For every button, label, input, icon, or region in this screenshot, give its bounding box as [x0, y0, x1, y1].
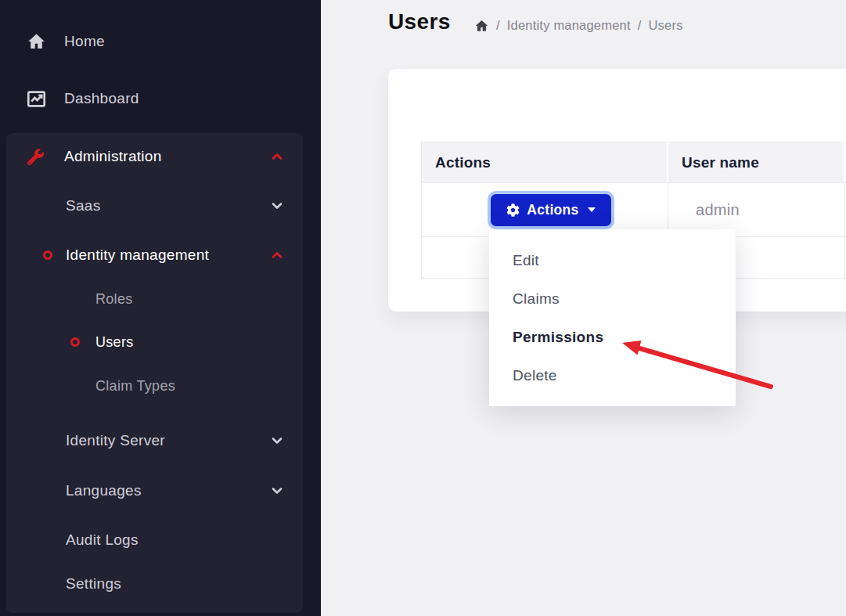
menu-item-claims[interactable]: Claims — [489, 279, 736, 318]
caret-down-icon — [588, 207, 596, 212]
sidebar-item-label: Home — [64, 33, 105, 50]
breadcrumb-item-users[interactable]: Users — [649, 18, 683, 33]
sidebar-item-languages[interactable]: Languages — [6, 474, 303, 508]
main-content: Users / Identity management / Users Acti… — [321, 0, 846, 616]
breadcrumb-home-icon[interactable] — [474, 19, 489, 33]
breadcrumb-item-identity-management[interactable]: Identity management — [507, 18, 631, 33]
sidebar-item-dashboard[interactable]: Dashboard — [0, 81, 321, 117]
chevron-down-icon — [272, 202, 283, 210]
sidebar-item-label: Saas — [66, 197, 101, 214]
breadcrumb-separator: / — [638, 18, 642, 33]
sidebar-item-label: Claim Types — [95, 378, 175, 394]
sidebar-item-label: Audit Logs — [66, 531, 139, 549]
sidebar-item-claim-types[interactable]: Claim Types — [6, 369, 303, 403]
page-title: Users — [388, 9, 451, 34]
home-icon — [26, 31, 46, 52]
sidebar-expanded-group: Administration Saas Identity management … — [6, 133, 303, 613]
sidebar-item-identity-management[interactable]: Identity management — [6, 238, 303, 272]
sidebar-item-label: Settings — [66, 575, 121, 593]
breadcrumb-separator: / — [496, 18, 500, 33]
gear-icon — [506, 204, 520, 217]
actions-button[interactable]: Actions — [491, 194, 610, 226]
menu-item-edit[interactable]: Edit — [489, 241, 736, 279]
chevron-up-icon — [272, 251, 283, 259]
sidebar-item-label: Languages — [66, 482, 142, 499]
sidebar-item-home[interactable]: Home — [0, 23, 321, 59]
sidebar-item-label: Identity Server — [66, 432, 165, 449]
sidebar-item-label: Administration — [64, 148, 162, 165]
sidebar-item-administration[interactable]: Administration — [6, 139, 303, 174]
user-name-cell: admin — [668, 183, 845, 236]
sidebar-item-audit-logs[interactable]: Audit Logs — [6, 523, 303, 557]
chevron-down-icon — [272, 487, 283, 495]
chevron-down-icon — [272, 437, 283, 445]
sidebar-item-label: Dashboard — [64, 90, 139, 107]
wrench-icon — [26, 147, 45, 166]
sidebar-item-label: Roles — [95, 291, 133, 308]
sidebar-item-roles[interactable]: Roles — [6, 282, 303, 316]
chart-line-icon — [26, 88, 46, 109]
ring-icon — [43, 250, 52, 260]
table-header-row: Actions User name — [422, 142, 846, 183]
sidebar-item-saas[interactable]: Saas — [6, 189, 303, 223]
column-header-actions: Actions — [422, 142, 668, 182]
sidebar-item-label: Identity management — [66, 247, 209, 264]
sidebar-item-users[interactable]: Users — [6, 325, 303, 359]
column-header-user-name[interactable]: User name — [668, 142, 845, 182]
ring-icon — [70, 337, 80, 347]
sidebar: Home Dashboard Administration — [0, 0, 321, 616]
menu-item-permissions[interactable]: Permissions — [489, 318, 736, 356]
actions-dropdown-menu: Edit Claims Permissions Delete — [489, 229, 736, 406]
breadcrumb: / Identity management / Users — [474, 18, 683, 33]
menu-item-delete[interactable]: Delete — [489, 356, 736, 394]
actions-cell: Actions — [422, 183, 668, 236]
actions-button-label: Actions — [527, 202, 578, 218]
sidebar-item-settings[interactable]: Settings — [6, 567, 303, 601]
sidebar-item-identity-server[interactable]: Identity Server — [6, 423, 303, 458]
chevron-up-icon — [272, 153, 283, 160]
sidebar-item-label: Users — [95, 334, 134, 351]
app-window: Home Dashboard Administration — [0, 0, 846, 616]
